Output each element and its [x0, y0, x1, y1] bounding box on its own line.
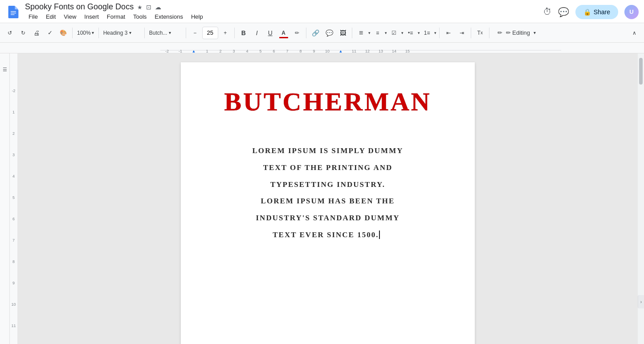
- body-paragraph-3[interactable]: typesetting industry.: [216, 178, 439, 191]
- redo-button[interactable]: ↻: [17, 26, 29, 40]
- image-button[interactable]: 🖼: [337, 26, 349, 40]
- history-icon[interactable]: ⏱: [543, 7, 552, 17]
- star-icon[interactable]: ★: [137, 4, 143, 11]
- line-spacing-button[interactable]: ≡: [371, 26, 384, 40]
- ruler-num-outline: ☰: [3, 67, 7, 73]
- menu-extensions[interactable]: Extensions: [151, 12, 187, 21]
- ruler: // Will be rendered below statically -2 …: [0, 43, 644, 53]
- editing-mode-selector[interactable]: ✏ ✏ Editing ▾: [494, 28, 539, 37]
- separator-10: [489, 28, 489, 38]
- font-value: Butch...: [149, 30, 167, 36]
- separator-1: [72, 28, 73, 38]
- paragraph-style-value: Heading 3: [103, 30, 128, 36]
- style-chevron: ▾: [129, 30, 131, 35]
- main-area: ☰ -2 1 2 3 4 5 6 7 8 9 10 11 BUTCHERMAN …: [0, 53, 644, 344]
- scrollbar-thumb[interactable]: [639, 58, 643, 85]
- align-chevron: ▾: [368, 31, 371, 35]
- title-area: Spooky Fonts on Google Docs ★ ⊡ ☁ File E…: [25, 2, 539, 21]
- italic-button[interactable]: I: [251, 26, 263, 40]
- ruler-mark: 5: [12, 187, 15, 208]
- spacing-chevron: ▾: [385, 31, 387, 35]
- separator-3: [144, 28, 145, 38]
- body-paragraph-5[interactable]: industry's standard dummy: [216, 211, 439, 225]
- menu-view[interactable]: View: [60, 12, 80, 21]
- checklist-button[interactable]: ☑: [388, 26, 400, 40]
- left-margin: ☰: [0, 53, 10, 344]
- document-heading[interactable]: BUTCHERMAN: [224, 89, 431, 115]
- bold-button[interactable]: B: [237, 26, 250, 40]
- numbered-chevron: ▾: [434, 31, 436, 35]
- menu-edit[interactable]: Edit: [42, 12, 59, 21]
- separator-2: [98, 28, 99, 38]
- body-paragraph-6[interactable]: text ever since 1500.: [216, 228, 439, 242]
- separator-5: [234, 28, 235, 38]
- link-button[interactable]: 🔗: [309, 26, 322, 40]
- ruler-mark: 10: [11, 294, 16, 315]
- text-color-button[interactable]: A: [277, 26, 290, 40]
- body-paragraph-2[interactable]: text of the printing and: [216, 161, 439, 174]
- ruler-mark: 1: [12, 101, 15, 123]
- print-button[interactable]: 🖨: [30, 26, 43, 40]
- page-expand-button[interactable]: ›: [638, 295, 644, 308]
- font-size-input[interactable]: [202, 27, 218, 39]
- font-selector[interactable]: Butch... ▾: [147, 26, 183, 40]
- ruler-mark: 2: [12, 123, 15, 144]
- numbered-list-button[interactable]: 1≡: [421, 26, 433, 40]
- ruler-mark: -2: [12, 80, 15, 101]
- document-area[interactable]: BUTCHERMAN Lorem Ipsum is simply dummy t…: [18, 53, 638, 344]
- menu-tools[interactable]: Tools: [130, 12, 150, 21]
- share-button[interactable]: 🔒 Share: [575, 5, 618, 19]
- collapse-toolbar-button[interactable]: ∧: [628, 26, 640, 40]
- ruler-mark: 7: [12, 230, 15, 251]
- underline-button[interactable]: U: [264, 26, 277, 40]
- pencil-icon: ✏: [497, 29, 502, 36]
- ruler-mark: 6: [12, 208, 15, 230]
- ruler-mark: 3: [12, 144, 15, 166]
- ruler-mark: 9: [12, 272, 15, 294]
- spell-check-button[interactable]: ✓: [44, 26, 56, 40]
- body-paragraph-1[interactable]: Lorem Ipsum is simply dummy: [216, 144, 439, 158]
- align-button[interactable]: ≡: [355, 26, 367, 40]
- separator-8: [439, 28, 440, 38]
- lock-icon: 🔒: [583, 8, 591, 16]
- document-title[interactable]: Spooky Fonts on Google Docs: [25, 2, 134, 12]
- checklist-chevron: ▾: [401, 31, 404, 35]
- toolbar: ↺ ↻ 🖨 ✓ 🎨 100% ▾ Heading 3 ▾ Butch... ▾ …: [0, 23, 644, 43]
- font-chevron: ▾: [169, 30, 171, 35]
- font-size-increase-button[interactable]: +: [219, 26, 232, 40]
- highlight-color-button[interactable]: ✏: [291, 26, 303, 40]
- document-body[interactable]: Lorem Ipsum is simply dummy text of the …: [216, 144, 439, 242]
- title-bar: Spooky Fonts on Google Docs ★ ⊡ ☁ File E…: [0, 0, 644, 23]
- zoom-selector[interactable]: 100% ▾: [75, 26, 96, 40]
- scrollbar[interactable]: ›: [638, 53, 644, 344]
- svg-rect-1: [11, 12, 16, 13]
- cloud-icon[interactable]: ☁: [155, 4, 161, 11]
- docs-logo: [5, 4, 21, 20]
- separator-9: [471, 28, 471, 38]
- ruler-mark: 11: [11, 315, 16, 336]
- clear-formatting-button[interactable]: Tx: [474, 26, 486, 40]
- menu-insert[interactable]: Insert: [81, 12, 102, 21]
- body-paragraph-4[interactable]: Lorem Ipsum has been the: [216, 194, 439, 208]
- decrease-indent-button[interactable]: ⇤: [442, 26, 455, 40]
- bullet-list-button[interactable]: •≡: [404, 26, 417, 40]
- text-color-indicator: [279, 37, 288, 38]
- document-page[interactable]: BUTCHERMAN Lorem Ipsum is simply dummy t…: [181, 62, 475, 344]
- paragraph-style-selector[interactable]: Heading 3 ▾: [102, 26, 142, 40]
- menu-help[interactable]: Help: [187, 12, 207, 21]
- bullet-chevron: ▾: [418, 31, 420, 35]
- drive-icon[interactable]: ⊡: [146, 4, 151, 11]
- undo-button[interactable]: ↺: [4, 26, 16, 40]
- text-color-icon: A: [281, 30, 285, 36]
- comments-icon[interactable]: 💬: [558, 7, 569, 17]
- svg-rect-0: [11, 11, 16, 12]
- svg-rect-2: [11, 14, 15, 15]
- paint-format-button[interactable]: 🎨: [57, 26, 69, 40]
- font-size-decrease-button[interactable]: −: [189, 26, 201, 40]
- menu-format[interactable]: Format: [103, 12, 129, 21]
- document-heading-container: BUTCHERMAN: [216, 89, 439, 131]
- comment-button[interactable]: 💬: [323, 26, 336, 40]
- avatar[interactable]: U: [624, 5, 639, 19]
- menu-file[interactable]: File: [25, 12, 41, 21]
- increase-indent-button[interactable]: ⇥: [456, 26, 468, 40]
